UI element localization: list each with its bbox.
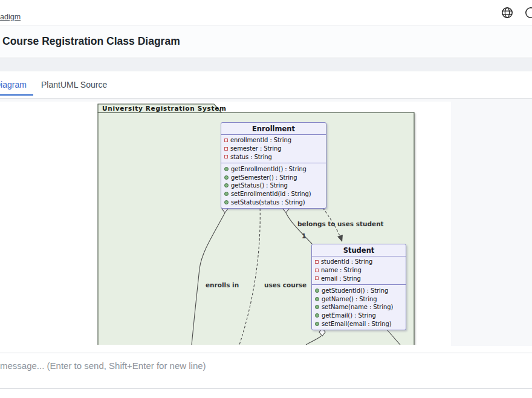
brand-link[interactable]: adigm <box>0 13 21 21</box>
method-row: getName() : String <box>312 295 406 303</box>
method-text: setStatus(status : String) <box>231 199 305 206</box>
attribute-row: name : String <box>312 266 406 275</box>
private-field-icon <box>224 147 228 151</box>
public-method-icon <box>315 305 319 309</box>
method-text: getStatus() : String <box>231 182 288 189</box>
attribute-text: email : String <box>321 275 361 282</box>
tab-bar: Diagram PlantUML Source <box>0 71 532 99</box>
class-student: Student studentId : String name : String… <box>311 244 406 330</box>
app-window: adigm Course Registration Class Diagram … <box>0 0 532 398</box>
method-text: getName() : String <box>322 296 377 302</box>
class-name: Enrollment <box>221 123 326 135</box>
method-row: getStatus() : String <box>221 181 326 190</box>
method-text: setName(name : String) <box>322 304 393 310</box>
attribute-row: status : String <box>221 153 326 161</box>
private-field-icon <box>315 276 319 280</box>
diagram-canvas: University Registration System Enrollmen… <box>0 99 532 353</box>
header: Course Registration Class Diagram <box>0 25 532 57</box>
package-title: University Registration System <box>102 105 227 112</box>
class-enrollment: Enrollment enrollmentId : String semeste… <box>221 122 326 209</box>
method-text: setEmail(email : String) <box>322 321 392 327</box>
page-title: Course Registration Class Diagram <box>2 35 180 48</box>
edge-label-enrolls-in: enrolls in <box>206 281 239 289</box>
public-method-icon <box>224 192 229 196</box>
active-tab-indicator <box>0 94 33 96</box>
public-method-icon <box>224 200 229 204</box>
public-method-icon <box>224 167 229 171</box>
public-method-icon <box>224 175 229 180</box>
method-text: getEnrollmentId() : String <box>231 166 307 172</box>
private-field-icon <box>315 260 319 264</box>
attributes-section: studentId : String name : String email :… <box>312 256 406 285</box>
method-row: getEmail() : String <box>312 312 406 320</box>
message-input[interactable] <box>0 353 532 388</box>
private-field-icon <box>315 269 319 272</box>
globe-icon[interactable] <box>501 6 514 19</box>
private-field-icon <box>224 139 228 142</box>
methods-section: getEnrollmentId() : String getSemester()… <box>221 163 326 208</box>
method-text: setEnrollmentId(id : String) <box>231 191 311 197</box>
edge-label-uses-student: uses student <box>337 220 384 227</box>
class-name: Student <box>312 244 406 256</box>
message-composer <box>0 353 532 389</box>
method-row: setEnrollmentId(id : String) <box>221 190 326 198</box>
attribute-text: status : String <box>230 154 272 160</box>
method-row: getSemester() : String <box>221 173 326 181</box>
public-method-icon <box>315 297 319 301</box>
attribute-row: semester : String <box>221 145 326 153</box>
tab-diagram[interactable]: Diagram <box>0 80 27 90</box>
multiplicity-one: 1 <box>302 232 306 240</box>
attributes-section: enrollmentId : String semester : String … <box>221 135 326 163</box>
public-method-icon <box>315 313 319 318</box>
attribute-row: email : String <box>312 275 406 283</box>
attribute-text: studentId : String <box>321 258 372 265</box>
public-method-icon <box>315 289 319 293</box>
edge-label-belongs-to: belongs to <box>297 220 336 227</box>
attribute-row: studentId : String <box>312 258 406 266</box>
attribute-text: name : String <box>321 267 362 273</box>
edge-label-uses-course: uses course <box>264 281 307 289</box>
private-field-icon <box>224 155 228 158</box>
user-icon[interactable] <box>524 6 532 19</box>
public-method-icon <box>224 183 229 188</box>
method-row: getEnrollmentId() : String <box>221 165 326 173</box>
method-text: getEmail() : String <box>322 312 376 319</box>
canvas-right-gutter <box>451 99 532 346</box>
tab-plantuml-source[interactable]: PlantUML Source <box>41 80 107 90</box>
attribute-row: enrollmentId : String <box>221 136 326 145</box>
method-text: getStudentId() : String <box>322 287 388 294</box>
top-bar: adigm <box>0 0 532 25</box>
attribute-text: semester : String <box>230 145 282 152</box>
method-row: setName(name : String) <box>312 303 406 312</box>
method-row: getStudentId() : String <box>312 286 406 295</box>
methods-section: getStudentId() : String getName() : Stri… <box>312 285 406 330</box>
method-row: setStatus(status : String) <box>221 198 326 207</box>
method-text: getSemester() : String <box>231 174 297 181</box>
header-gap <box>0 58 532 71</box>
public-method-icon <box>315 322 319 326</box>
method-row: setEmail(email : String) <box>312 320 406 328</box>
attribute-text: enrollmentId : String <box>230 137 291 143</box>
